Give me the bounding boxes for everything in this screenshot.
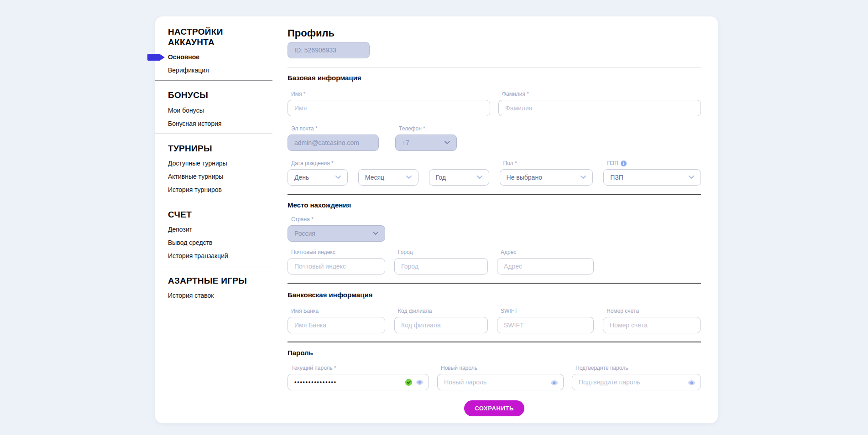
country-value: Россия xyxy=(294,230,315,237)
birth-year-select[interactable]: Год xyxy=(429,169,489,186)
birth-gender-row: Дата рождения * День Месяц xyxy=(288,160,701,186)
chevron-down-icon xyxy=(689,176,694,179)
account-number-field: Номер счёта xyxy=(603,308,701,333)
password-title: Пароль xyxy=(288,349,701,357)
sidebar-item-deposit[interactable]: Депозит xyxy=(168,226,272,233)
branch-code-field: Код филиала xyxy=(394,308,488,333)
email-input xyxy=(288,135,379,151)
pzp-value: ПЗП xyxy=(610,174,623,181)
chevron-down-icon xyxy=(477,176,482,179)
sidebar-item-label: История транзакций xyxy=(168,252,228,259)
profile-form: Профиль Базовая информация Имя * Фамилия… xyxy=(288,27,701,416)
birth-day-value: День xyxy=(294,174,309,181)
sidebar-item-main[interactable]: Основное xyxy=(168,53,272,61)
sidebar-item-available-tournaments[interactable]: Доступные турниры xyxy=(168,160,272,167)
gender-value: Не выбрано xyxy=(507,174,542,181)
sidebar-section-title-bonuses: БОНУСЫ xyxy=(168,90,252,100)
sidebar-item-withdrawal[interactable]: Вывод средств xyxy=(168,239,272,246)
branch-code-label: Код филиала xyxy=(398,308,488,314)
sidebar-divider xyxy=(155,134,272,134)
bank-name-field: Имя Банка xyxy=(288,308,385,333)
sidebar-item-label: Бонусная история xyxy=(168,120,222,127)
account-settings-card: НАСТРОЙКИ АККАУНТА Основное Верификация … xyxy=(155,16,718,423)
sidebar-divider xyxy=(155,266,272,266)
sidebar: НАСТРОЙКИ АККАУНТА Основное Верификация … xyxy=(155,26,272,305)
first-name-field: Имя * xyxy=(288,91,490,116)
sidebar-item-bet-history[interactable]: История ставок xyxy=(168,292,272,299)
password-row: Текущий пароль * Новый пароль xyxy=(288,365,701,390)
first-name-input[interactable] xyxy=(288,100,490,116)
branch-code-input[interactable] xyxy=(394,317,488,333)
address-input[interactable] xyxy=(497,258,594,274)
chevron-down-icon xyxy=(444,141,450,145)
save-button[interactable]: СОХРАНИТЬ xyxy=(464,400,524,416)
user-id-field xyxy=(288,42,370,58)
bank-name-input[interactable] xyxy=(288,317,385,333)
address-row: Почтовый индекс Город Адрес xyxy=(288,249,701,274)
sidebar-item-label: История ставок xyxy=(168,292,214,299)
location-title: Место нахождения xyxy=(288,201,701,209)
country-select: Россия xyxy=(288,225,385,242)
email-field: Эл.почта * xyxy=(288,125,379,151)
new-password-label: Новый пароль xyxy=(441,365,564,371)
confirm-password-field: Подтвердите пароль xyxy=(572,365,701,390)
gender-field: Пол * Не выбрано xyxy=(500,160,593,186)
sidebar-item-my-bonuses[interactable]: Мои бонусы xyxy=(168,107,272,114)
pzp-field: ПЗП ПЗП xyxy=(603,160,701,186)
sidebar-section-title-account: СЧЕТ xyxy=(168,209,252,220)
confirm-password-input[interactable] xyxy=(572,374,701,390)
sidebar-item-label: История турниров xyxy=(168,186,222,193)
sidebar-item-active-tournaments[interactable]: Активные турниры xyxy=(168,173,272,180)
bank-row: Имя Банка Код филиала SWIFT Номер счёта xyxy=(288,308,701,333)
gender-label: Пол * xyxy=(503,160,593,166)
section-divider xyxy=(288,283,701,284)
new-password-input[interactable] xyxy=(437,374,564,390)
name-row: Имя * Фамилия * xyxy=(288,91,701,116)
postal-code-field: Почтовый индекс xyxy=(288,249,385,274)
sidebar-item-label: Вывод средств xyxy=(168,239,213,246)
swift-input[interactable] xyxy=(497,317,594,333)
first-name-label: Имя * xyxy=(291,91,490,97)
last-name-input[interactable] xyxy=(498,100,701,116)
chevron-down-icon xyxy=(373,232,378,235)
confirm-password-label: Подтвердите пароль xyxy=(575,365,701,371)
city-label: Город xyxy=(398,249,488,255)
contact-row: Эл.почта * Телефон * +7 xyxy=(288,125,701,151)
account-number-input[interactable] xyxy=(603,317,701,333)
city-field: Город xyxy=(394,249,488,274)
check-circle-icon xyxy=(405,379,412,386)
phone-field: Телефон * +7 xyxy=(395,125,457,151)
section-divider xyxy=(288,67,701,67)
pzp-label: ПЗП xyxy=(607,160,701,166)
country-field: Страна * Россия xyxy=(288,216,385,242)
swift-label: SWIFT xyxy=(501,308,594,314)
sidebar-item-label: Мои бонусы xyxy=(168,107,204,114)
address-label: Адрес xyxy=(501,249,594,255)
sidebar-item-bonus-history[interactable]: Бонусная история xyxy=(168,120,272,127)
eye-icon[interactable] xyxy=(687,380,696,386)
postal-code-label: Почтовый индекс xyxy=(291,249,385,255)
postal-code-input[interactable] xyxy=(288,258,385,274)
email-label: Эл.почта * xyxy=(291,125,379,132)
eye-icon[interactable] xyxy=(415,379,424,385)
last-name-label: Фамилия * xyxy=(502,91,701,97)
birth-day-select[interactable]: День xyxy=(288,169,348,186)
pzp-select[interactable]: ПЗП xyxy=(603,169,701,186)
gender-select[interactable]: Не выбрано xyxy=(500,169,593,186)
city-input[interactable] xyxy=(394,258,488,274)
birth-month-field: Месяц xyxy=(358,160,418,186)
sidebar-item-label: Доступные турниры xyxy=(168,160,227,167)
birth-date-label: Дата рождения * xyxy=(291,160,348,166)
sidebar-item-tournament-history[interactable]: История турниров xyxy=(168,186,272,193)
birth-year-field: Год xyxy=(429,160,489,186)
chevron-down-icon xyxy=(406,176,412,179)
eye-icon[interactable] xyxy=(550,380,559,386)
phone-code-select: +7 xyxy=(395,135,457,151)
chevron-down-icon xyxy=(335,176,341,179)
sidebar-item-verification[interactable]: Верификация xyxy=(168,67,272,74)
phone-label: Телефон * xyxy=(399,125,457,132)
section-divider xyxy=(288,342,701,342)
info-icon[interactable] xyxy=(621,161,627,166)
sidebar-item-transaction-history[interactable]: История транзакций xyxy=(168,252,272,259)
birth-month-select[interactable]: Месяц xyxy=(358,169,418,186)
